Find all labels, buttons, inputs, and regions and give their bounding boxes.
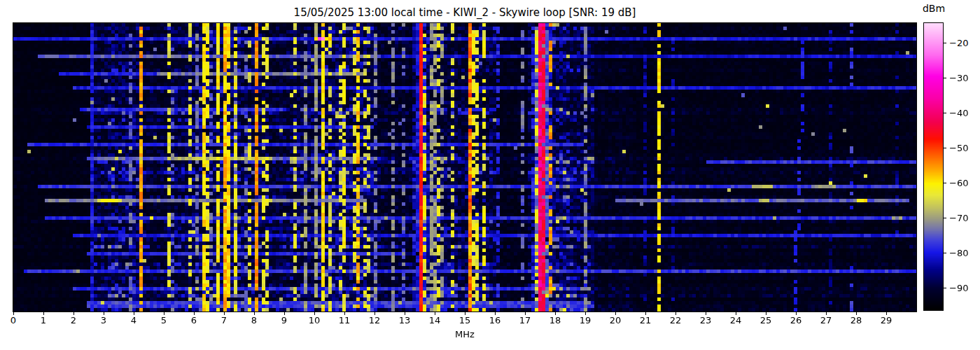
x-tick-label: 9: [272, 315, 296, 326]
x-tick-label: 11: [332, 315, 356, 326]
x-tick-label: 21: [634, 315, 657, 326]
x-tick-label: 0: [1, 315, 25, 326]
x-tick-label: 6: [182, 315, 206, 326]
colorbar-tick: [944, 148, 946, 148]
colorbar-tick-label: −80: [949, 248, 968, 258]
colorbar-tick-label: −70: [949, 214, 968, 223]
x-tick-label: 17: [513, 315, 537, 326]
colorbar-label: dBm: [917, 3, 951, 14]
colorbar-tick: [944, 288, 946, 288]
colorbar-tick-label: −30: [949, 74, 968, 83]
x-tick-label: 22: [664, 315, 687, 326]
x-tick-label: 27: [814, 315, 838, 326]
x-tick-label: 5: [152, 315, 176, 326]
colorbar: [924, 23, 943, 310]
x-tick-label: 14: [423, 315, 447, 326]
chart-title: 15/05/2025 13:00 local time - KIWI_2 - S…: [13, 6, 916, 19]
x-tick-label: 13: [393, 315, 416, 326]
colorbar-tick: [944, 43, 946, 43]
x-tick-label: 26: [784, 315, 808, 326]
x-tick-label: 20: [603, 315, 627, 326]
x-tick-label: 12: [363, 315, 386, 326]
x-tick-label: 25: [754, 315, 778, 326]
x-tick-label: 23: [694, 315, 718, 326]
colorbar-tick: [944, 218, 946, 218]
colorbar-tick: [944, 78, 946, 78]
x-tick-label: 8: [242, 315, 266, 326]
x-tick-label: 2: [62, 315, 85, 326]
colorbar-tick-label: −60: [949, 178, 968, 188]
x-tick-label: 4: [122, 315, 146, 326]
colorbar-tick: [944, 113, 946, 113]
x-tick-label: 18: [543, 315, 567, 326]
x-tick-label: 16: [483, 315, 507, 326]
colorbar-tick: [944, 183, 946, 183]
spectrogram-heatmap: [13, 23, 916, 312]
x-tick-label: 3: [92, 315, 115, 326]
colorbar-tick: [944, 253, 946, 253]
colorbar-tick-label: −40: [949, 108, 968, 118]
x-axis-label: MHz: [13, 329, 916, 340]
colorbar-tick-label: −50: [949, 144, 968, 153]
colorbar-tick-label: −90: [949, 284, 968, 293]
x-tick-label: 29: [874, 315, 898, 326]
x-tick-label: 1: [31, 315, 55, 326]
x-tick-label: 28: [844, 315, 868, 326]
x-tick-label: 10: [302, 315, 326, 326]
x-tick-label: 19: [573, 315, 597, 326]
x-tick-label: 7: [212, 315, 236, 326]
colorbar-tick-label: −20: [949, 38, 968, 48]
spectrogram-figure: 15/05/2025 13:00 local time - KIWI_2 - S…: [0, 0, 980, 350]
x-tick-label: 15: [453, 315, 477, 326]
x-tick-label: 24: [724, 315, 748, 326]
